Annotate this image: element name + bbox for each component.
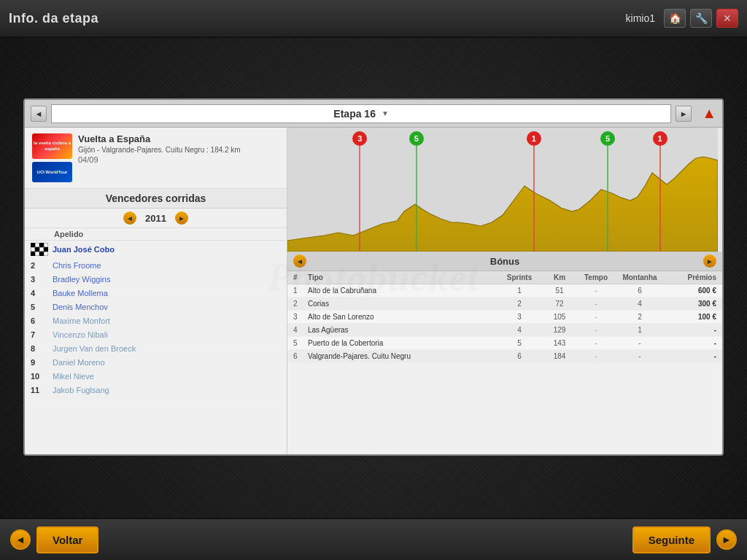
bonus-row: 2 Corias 2 72 - 4 300 € xyxy=(287,298,722,311)
back-circle-button[interactable]: ◄ xyxy=(10,529,31,550)
checkered-flag-icon xyxy=(31,243,48,256)
bonus-km: 4 xyxy=(498,326,541,334)
elevation-profile xyxy=(287,128,718,252)
bonus-table: 1 Alto de la Cabruñana 1 51 - 6 600 € 2 … xyxy=(287,284,722,454)
race-details: Vuelta a España Gijón - Valgrande-Pajare… xyxy=(78,133,279,164)
stage-label: Etapa 16 xyxy=(333,108,376,120)
result-name[interactable]: Mikel Nieve xyxy=(53,372,281,381)
bonus-premios: - xyxy=(665,352,716,360)
result-row[interactable]: 10Mikel Nieve xyxy=(25,370,287,384)
stage-selector[interactable]: Etapa 16 ▼ xyxy=(51,104,671,123)
result-position: 5 xyxy=(31,303,53,311)
bonus-location: Puerto de la Cobertoria xyxy=(308,339,498,347)
bonus-montanha: - xyxy=(614,339,665,347)
settings-button[interactable]: 🔧 xyxy=(690,9,712,28)
top-bar-controls: kimio1 🏠 🔧 ✕ xyxy=(626,9,738,28)
right-panel: ▶ ⚑ xyxy=(287,128,722,454)
bonus-montanha: 4 xyxy=(614,300,665,308)
next-circle-button[interactable]: ► xyxy=(716,529,737,550)
result-name[interactable]: Juan José Cobo xyxy=(53,245,281,254)
bonus-tempo: - xyxy=(578,313,614,321)
result-row[interactable]: 7Vincenzo Nibali xyxy=(25,328,287,342)
bonus-table-header: # Tipo Sprints Km Tempo Montanha Prémios xyxy=(287,271,722,284)
next-button[interactable]: Seguinte xyxy=(632,526,711,553)
result-row[interactable]: 3Bradley Wiggins xyxy=(25,273,287,287)
bonus-location: Valgrande-Pajares. Cuitu Negru xyxy=(308,352,498,360)
race-route: Gijón - Valgrande-Pajares. Cuitu Negru :… xyxy=(78,146,279,154)
result-name[interactable]: Maxime Monfort xyxy=(53,316,281,325)
profile-area: ▶ ⚑ xyxy=(287,128,722,252)
result-row[interactable]: 8Jurgen Van den Broeck xyxy=(25,342,287,356)
bonus-row: 3 Alto de San Lorenzo 3 105 - 2 100 € xyxy=(287,311,722,324)
col-km: Km xyxy=(541,273,578,281)
result-row[interactable]: 4Bauke Mollema xyxy=(25,287,287,300)
results-col-header: Apelido xyxy=(25,228,287,241)
result-position: 11 xyxy=(31,386,53,394)
result-row[interactable]: 11Jakob Fuglsang xyxy=(25,384,287,397)
back-button[interactable]: Voltar xyxy=(36,526,98,553)
panel-header: ◄ Etapa 16 ▼ ► ▲ xyxy=(25,100,722,128)
winners-header: Vencedores corridas xyxy=(25,189,287,209)
result-position: 6 xyxy=(31,316,53,325)
result-name[interactable]: Denis Menchov xyxy=(53,303,281,311)
next-nav: Seguinte ► xyxy=(632,526,737,553)
home-button[interactable]: 🏠 xyxy=(664,9,686,28)
bonus-pos: 1 xyxy=(293,287,308,295)
result-name[interactable]: Jurgen Van den Broeck xyxy=(53,344,281,353)
bonus-premios: 300 € xyxy=(665,300,716,308)
result-name[interactable]: Vincenzo Nibali xyxy=(53,330,281,339)
stage-next-button[interactable]: ► xyxy=(676,106,692,122)
bonus-pos: 6 xyxy=(293,352,308,360)
bonus-pos: 5 xyxy=(293,339,308,347)
bonus-sprint-num: 72 xyxy=(541,300,578,308)
stage-prev-button[interactable]: ◄ xyxy=(31,106,47,122)
bonus-row: 1 Alto de la Cabruñana 1 51 - 6 600 € xyxy=(287,284,722,298)
bonus-next-button[interactable]: ► xyxy=(703,254,716,268)
back-nav: ◄ Voltar xyxy=(10,526,98,553)
result-name[interactable]: Jakob Fuglsang xyxy=(53,386,281,394)
result-name[interactable]: Daniel Moreno xyxy=(53,358,281,367)
race-info: la vuelta ciclista a españa UCI WorldTou… xyxy=(25,128,287,189)
year-label: 2011 xyxy=(145,213,166,224)
info-panel: Photobucket ◄ Etapa 16 ▼ ► ▲ la vuelta c… xyxy=(23,98,724,456)
result-row[interactable]: 9Daniel Moreno xyxy=(25,356,287,370)
result-row[interactable]: 5Denis Menchov xyxy=(25,300,287,314)
bonus-tempo: - xyxy=(578,339,614,347)
year-next-button[interactable]: ► xyxy=(175,211,188,225)
bonus-row: 6 Valgrande-Pajares. Cuitu Negru 6 184 -… xyxy=(287,350,722,363)
race-date: 04/09 xyxy=(78,155,279,164)
bonus-montanha: 1 xyxy=(614,326,665,334)
race-logos: la vuelta ciclista a españa UCI WorldTou… xyxy=(32,133,72,182)
bonus-pos: 3 xyxy=(293,313,308,321)
bonus-location: Alto de San Lorenzo xyxy=(308,313,498,321)
result-row[interactable]: 6Maxime Monfort xyxy=(25,314,287,328)
bonus-location: Las Agüeras xyxy=(308,326,498,334)
result-row[interactable]: Juan José Cobo xyxy=(25,241,287,259)
bonus-tempo: - xyxy=(578,287,614,295)
mountain-icon: ▲ xyxy=(702,105,716,122)
bonus-row: 4 Las Agüeras 4 129 - 1 - xyxy=(287,324,722,337)
bonus-km: 3 xyxy=(498,313,541,321)
result-name[interactable]: Bradley Wiggins xyxy=(53,275,281,284)
result-name[interactable]: Bauke Mollema xyxy=(53,289,281,298)
bonus-sprint-num: 184 xyxy=(541,352,578,360)
bonus-title: Bónus xyxy=(306,256,703,267)
result-name[interactable]: Chris Froome xyxy=(53,261,281,270)
year-nav: ◄ 2011 ► xyxy=(25,209,287,228)
close-button[interactable]: ✕ xyxy=(716,9,738,28)
bonus-premios: - xyxy=(665,339,716,347)
col-tipo: Tipo xyxy=(308,273,498,281)
year-prev-button[interactable]: ◄ xyxy=(123,211,136,225)
bonus-sprint-num: 105 xyxy=(541,313,578,321)
result-row[interactable]: 2Chris Froome xyxy=(25,259,287,273)
winners-title: Vencedores corridas xyxy=(32,192,279,204)
main-content: Photobucket ◄ Etapa 16 ▼ ► ▲ la vuelta c… xyxy=(0,38,747,516)
bonus-km: 2 xyxy=(498,300,541,308)
col-tempo: Tempo xyxy=(578,273,614,281)
bonus-tempo: - xyxy=(578,300,614,308)
col-sprints: Sprints xyxy=(498,273,541,281)
bonus-location: Corias xyxy=(308,300,498,308)
bonus-prev-button[interactable]: ◄ xyxy=(293,254,306,268)
result-position: 2 xyxy=(31,261,53,270)
vuelta-logo: la vuelta ciclista a españa xyxy=(32,133,72,159)
